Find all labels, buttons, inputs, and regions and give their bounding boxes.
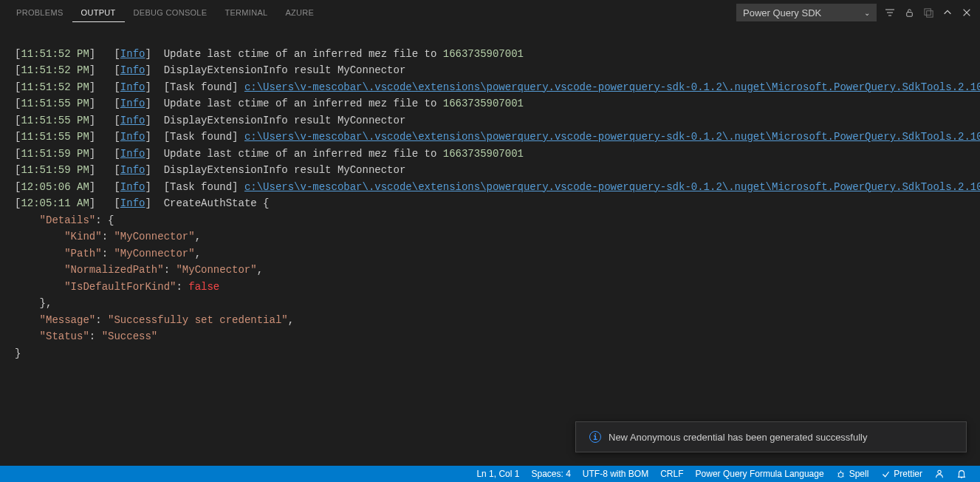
status-eol[interactable]: CRLF [654, 466, 689, 482]
check-icon [880, 469, 891, 479]
status-feedback[interactable] [928, 466, 950, 482]
chevron-up-icon[interactable] [942, 7, 953, 18]
status-lncol[interactable]: Ln 1, Col 1 [470, 466, 525, 482]
status-bar: Ln 1, Col 1 Spaces: 4 UTF-8 with BOM CRL… [0, 466, 980, 482]
svg-rect-5 [926, 10, 932, 16]
tab-problems[interactable]: PROBLEMS [7, 4, 72, 22]
bell-icon [956, 469, 967, 479]
svg-point-8 [838, 472, 843, 478]
svg-point-14 [938, 470, 941, 473]
lock-icon[interactable] [903, 7, 915, 18]
tab-output[interactable]: OUTPUT [72, 4, 125, 22]
tab-azure[interactable]: AZURE [276, 4, 323, 22]
output-content[interactable]: [11:51:52 PM] [Info] Update last ctime o… [0, 26, 980, 362]
panel-tabs: PROBLEMS OUTPUT DEBUG CONSOLE TERMINAL A… [7, 4, 323, 22]
tab-terminal[interactable]: TERMINAL [216, 4, 276, 22]
status-encoding[interactable]: UTF-8 with BOM [577, 466, 654, 482]
notification-toast[interactable]: i New Anonymous credential has been gene… [575, 421, 967, 452]
notification-text: New Anonymous credential has been genera… [609, 432, 868, 443]
svg-rect-3 [906, 12, 912, 16]
status-spell[interactable]: Spell [830, 466, 875, 482]
chevron-down-icon: ⌄ [864, 9, 870, 17]
tab-debug-console[interactable]: DEBUG CONSOLE [125, 4, 216, 22]
status-prettier[interactable]: Prettier [874, 466, 928, 482]
info-icon: i [589, 431, 601, 443]
filter-icon[interactable] [884, 7, 896, 18]
person-icon [934, 469, 945, 479]
svg-rect-4 [924, 8, 930, 14]
status-spaces[interactable]: Spaces: 4 [525, 466, 576, 482]
output-channel-select[interactable]: Power Query SDK ⌄ [736, 4, 877, 21]
output-channel-label: Power Query SDK [743, 7, 821, 18]
clear-output-icon[interactable] [922, 7, 934, 18]
bug-icon [836, 469, 846, 479]
panel-header: PROBLEMS OUTPUT DEBUG CONSOLE TERMINAL A… [0, 0, 980, 26]
status-language[interactable]: Power Query Formula Language [690, 466, 830, 482]
panel-header-actions: Power Query SDK ⌄ [736, 4, 973, 21]
status-bell[interactable] [950, 466, 973, 482]
close-icon[interactable] [961, 7, 973, 18]
